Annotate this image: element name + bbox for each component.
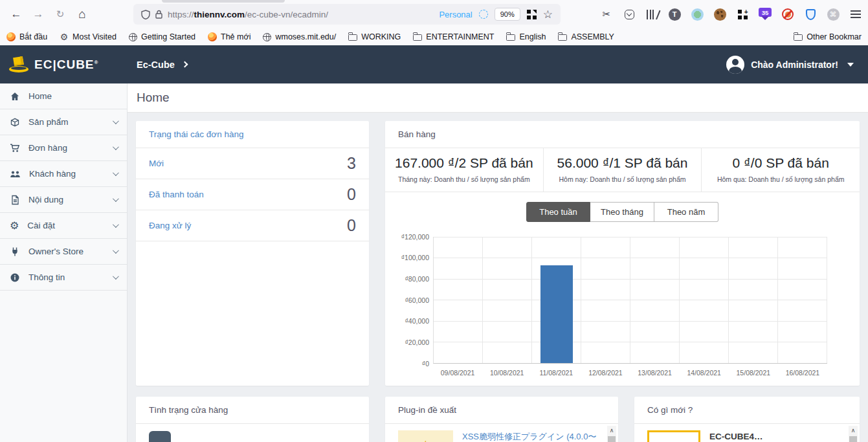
order-status-link[interactable]: Đang xử lý <box>149 221 191 230</box>
noscript-icon[interactable] <box>782 8 794 20</box>
scroll-thumb[interactable] <box>849 436 857 442</box>
scroll-up-icon[interactable] <box>607 426 616 436</box>
url-text[interactable]: https://thiennv.com/ec-cube-vn/ecadmin/ <box>168 10 328 19</box>
containers-icon[interactable] <box>527 10 537 19</box>
chart-gridline <box>581 237 581 363</box>
whats-new-title: Có gì mới ? <box>634 397 860 424</box>
sidebar-item-content[interactable]: Nội dung <box>0 187 127 213</box>
chevron-down-icon <box>113 144 119 150</box>
command-extension-icon[interactable] <box>827 8 840 21</box>
stat-value: 56.000 ₫/1 SP đã bán <box>548 155 698 171</box>
bookmark-item[interactable]: Most Visited <box>60 32 117 41</box>
bookmark-label: Bắt đầu <box>19 32 47 41</box>
chevron-down-icon <box>113 118 119 124</box>
gear-icon <box>60 32 69 41</box>
stat-caption: Hôm nay: Doanh thu / số lượng sản phẩm <box>548 175 698 183</box>
bento-plus-icon[interactable]: + <box>738 10 748 19</box>
forward-button[interactable] <box>27 4 49 25</box>
plugins-scrollbar[interactable] <box>607 426 616 442</box>
order-status-row[interactable]: Đang xử lý 0 <box>136 210 369 241</box>
account-menu[interactable]: Chào Administrator! <box>726 56 868 74</box>
news-item[interactable]: EC-CUBE4… <box>634 424 860 442</box>
zoom-level-badge[interactable]: 90% <box>495 8 520 21</box>
extension-dot-icon[interactable] <box>691 8 704 21</box>
chart-xlabels: 09/08/202110/08/202111/08/202112/08/2021… <box>433 369 827 379</box>
plugin-link[interactable]: XSS脆弱性修正プラグイン (4.0.0〜 <box>462 430 596 442</box>
other-bookmarks[interactable]: Other Bookmar <box>794 32 862 41</box>
order-status-row[interactable]: Mới 3 <box>136 148 369 179</box>
cookie-extension-icon[interactable] <box>714 8 726 21</box>
order-status-count: 0 <box>347 216 356 235</box>
chart-ytick-label: ₫20,000 <box>395 338 429 346</box>
browser-toolbar: https://thiennv.com/ec-cube-vn/ecadmin/ … <box>0 0 868 28</box>
news-scrollbar[interactable] <box>849 426 858 442</box>
chart-ytick-label: ₫40,000 <box>395 317 429 325</box>
bookmark-star-icon[interactable] <box>543 8 553 21</box>
bookmark-item[interactable]: Getting Started <box>129 32 195 41</box>
extension-icons: T + 35 <box>599 7 863 21</box>
save-panel-icon[interactable] <box>625 10 634 19</box>
chart-ytick-label: ₫60,000 <box>395 296 429 304</box>
menu-hamburger-icon[interactable] <box>851 10 861 18</box>
library-icon[interactable] <box>647 10 657 19</box>
chart-xtick-label: 12/08/2021 <box>588 369 623 377</box>
bookmark-folder[interactable]: English <box>506 32 546 41</box>
bookmark-folder[interactable]: ENTERTAINMENT <box>413 32 494 41</box>
order-status-row[interactable]: Đã thanh toán 0 <box>136 179 369 210</box>
tab-weekly[interactable]: Theo tuần <box>526 202 590 222</box>
folder-icon <box>794 34 803 41</box>
scroll-thumb[interactable] <box>608 436 616 442</box>
breadcrumb[interactable]: Ec-Cube <box>137 60 187 70</box>
recommended-plugins-title: Plug-in đề xuất <box>385 397 618 424</box>
order-status-link[interactable]: Mới <box>149 159 164 168</box>
store-status-card: Tình trạng cửa hàng <box>136 397 369 442</box>
chart-xtick-label: 10/08/2021 <box>490 369 524 377</box>
chart-xtick-label: 11/08/2021 <box>539 369 573 377</box>
bookmark-item[interactable]: Bắt đầu <box>6 32 47 41</box>
page-title: Home <box>128 83 868 113</box>
container-label: Personal <box>439 10 472 19</box>
vpn-shield-icon[interactable] <box>806 9 816 20</box>
bookmark-label: ENTERTAINMENT <box>426 32 494 41</box>
url-bar[interactable]: https://thiennv.com/ec-cube-vn/ecadmin/ … <box>133 4 561 25</box>
chart-gridline <box>531 237 532 363</box>
ec-cube-logo[interactable]: EC|CUBE® <box>0 56 128 73</box>
order-status-title[interactable]: Trạng thái các đơn hàng <box>136 121 369 148</box>
tab-monthly[interactable]: Theo tháng <box>590 202 654 222</box>
bookmark-item[interactable]: wmoses.mit.edu/ <box>263 32 336 41</box>
sidebar-item-settings[interactable]: Cài đặt <box>0 213 127 239</box>
reload-button[interactable] <box>49 4 71 25</box>
bookmark-label: Other Bookmar <box>807 32 862 41</box>
sales-stats: 167.000 ₫/2 SP đã bán Tháng này: Doanh t… <box>385 148 860 192</box>
sidebar-item-info[interactable]: Thông tin <box>0 265 127 291</box>
browser-tab[interactable] <box>162 0 285 3</box>
browser-home-button[interactable] <box>71 4 93 25</box>
scroll-up-icon[interactable] <box>849 426 858 436</box>
order-status-link[interactable]: Đã thanh toán <box>149 190 204 199</box>
bookmark-folder[interactable]: WORKING <box>348 32 401 41</box>
sidebar-item-label: Cài đặt <box>27 221 55 230</box>
lock-icon[interactable] <box>155 10 162 19</box>
sidebar-item-owners-store[interactable]: Owner's Store <box>0 239 127 265</box>
tab-yearly[interactable]: Theo năm <box>654 202 718 222</box>
sidebar-item-home[interactable]: Home <box>0 83 127 109</box>
chevron-right-icon <box>181 61 188 68</box>
chart-gridline <box>679 237 680 363</box>
adblock-badge[interactable]: 35 <box>759 8 772 17</box>
sidebar-item-products[interactable]: Sản phẩm <box>0 109 127 135</box>
sidebar-item-orders[interactable]: Đơn hàng <box>0 135 127 161</box>
tracking-shield-icon[interactable] <box>141 10 150 19</box>
document-icon <box>10 195 20 205</box>
sidebar-item-customers[interactable]: Khách hàng <box>0 161 127 187</box>
extension-t-icon[interactable]: T <box>669 8 681 21</box>
chart-xtick-label: 14/08/2021 <box>687 369 721 377</box>
screenshot-scissors-icon[interactable] <box>599 7 614 21</box>
bookmark-item[interactable]: Thẻ mới <box>208 32 250 41</box>
back-button[interactable] <box>5 4 27 25</box>
greeting-text: Chào Administrator! <box>751 60 838 70</box>
order-status-count: 0 <box>347 185 356 204</box>
bookmark-folder[interactable]: ASSEMBLY <box>558 32 614 41</box>
chevron-down-icon <box>847 63 854 67</box>
bookmark-label: English <box>519 32 546 41</box>
plugin-item[interactable]: XSS脆弱性修正プラグイン (4.0.0〜 <box>385 424 618 442</box>
